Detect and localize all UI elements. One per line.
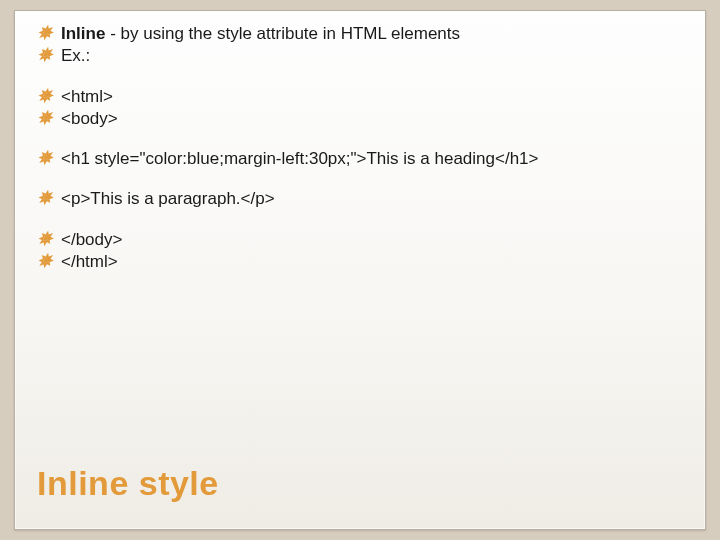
line-text: <html> (61, 86, 687, 107)
bullet-icon: ✵ (37, 108, 55, 129)
bullet-icon: ✵ (37, 45, 55, 66)
line-text: </html> (61, 251, 687, 272)
slide-title: Inline style (37, 464, 219, 503)
line-text: <p>This is a paragraph.</p> (61, 188, 687, 209)
bullet-line-4: ✵ <body> (37, 108, 687, 129)
slide: ✵ Inline - by using the style attribute … (14, 10, 706, 530)
bullet-icon: ✵ (37, 86, 55, 107)
content-area: ✵ Inline - by using the style attribute … (15, 11, 705, 272)
inline-rest: - by using the style attribute in HTML e… (105, 24, 460, 43)
bullet-line-8: ✵ </html> (37, 251, 687, 272)
bullet-icon: ✵ (37, 23, 55, 44)
line-text: <body> (61, 108, 687, 129)
bullet-line-2: ✵ Ex.: (37, 45, 687, 66)
bullet-line-7: ✵ </body> (37, 229, 687, 250)
bullet-line-3: ✵ <html> (37, 86, 687, 107)
bullet-icon: ✵ (37, 229, 55, 250)
bullet-line-5: ✵ <h1 style="color:blue;margin-left:30px… (37, 148, 687, 169)
bullet-icon: ✵ (37, 148, 55, 169)
line-text: </body> (61, 229, 687, 250)
spacer (37, 211, 687, 229)
bullet-icon: ✵ (37, 188, 55, 209)
line-text: Inline - by using the style attribute in… (61, 23, 687, 44)
spacer (37, 68, 687, 86)
line-text: <h1 style="color:blue;margin-left:30px;"… (61, 148, 687, 169)
spacer (37, 170, 687, 188)
bullet-line-6: ✵ <p>This is a paragraph.</p> (37, 188, 687, 209)
line-text: Ex.: (61, 45, 687, 66)
bullet-icon: ✵ (37, 251, 55, 272)
inline-bold: Inline (61, 24, 105, 43)
bullet-line-1: ✵ Inline - by using the style attribute … (37, 23, 687, 44)
spacer (37, 130, 687, 148)
